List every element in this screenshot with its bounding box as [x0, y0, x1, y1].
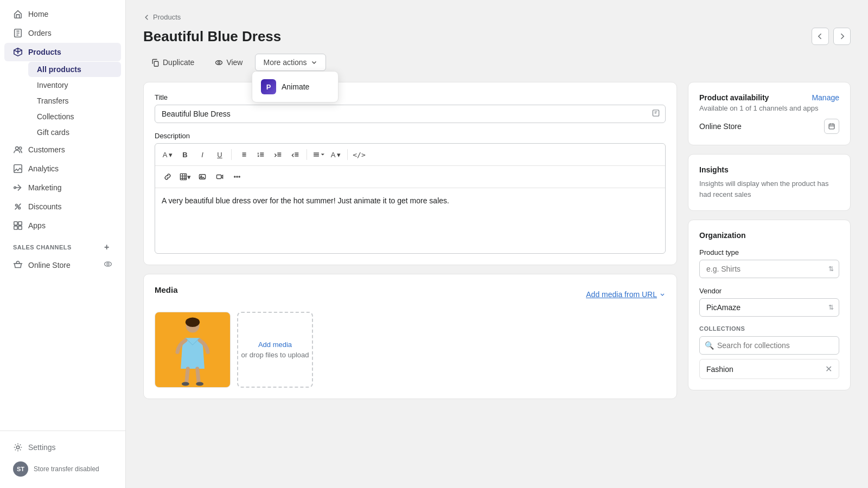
svg-rect-8	[18, 222, 22, 225]
sidebar-item-analytics[interactable]: Analytics	[4, 159, 121, 178]
vendor-field: Vendor	[699, 287, 839, 317]
svg-point-11	[105, 262, 112, 266]
toolbar-table-btn[interactable]: ▾	[177, 169, 193, 184]
collections-search-input[interactable]	[699, 336, 839, 355]
store-transfer-label: Store transfer disabled	[34, 465, 99, 473]
media-thumb-1[interactable]	[155, 312, 231, 388]
sidebar-item-home[interactable]: Home	[4, 5, 121, 23]
insights-text: Insights will display when the product h…	[699, 178, 839, 200]
title-input[interactable]	[155, 105, 666, 123]
add-sales-channel-button[interactable]: +	[101, 242, 112, 253]
sidebar-online-store-label: Online Store	[28, 261, 71, 269]
sidebar-item-discounts-label: Discounts	[28, 202, 61, 211]
view-button[interactable]: View	[207, 54, 251, 71]
page-title: Beautiful Blue Dress	[143, 28, 281, 45]
toolbar-more-btn[interactable]	[229, 169, 245, 184]
sidebar-sub-inventory[interactable]: Inventory	[28, 78, 121, 93]
sidebar-sub-transfers[interactable]: Transfers	[28, 93, 121, 108]
svg-rect-7	[14, 222, 17, 225]
dropdown-animate-label: Animate	[282, 82, 309, 91]
sidebar-item-orders[interactable]: Orders	[4, 24, 121, 42]
toolbar-indent-btn[interactable]	[287, 147, 303, 162]
store-transfer-item[interactable]: ST Store transfer disabled	[4, 457, 121, 481]
svg-point-24	[239, 176, 240, 177]
sidebar-item-apps[interactable]: Apps	[4, 216, 121, 235]
toolbar-video-btn[interactable]	[212, 169, 228, 184]
manage-availability-button[interactable]: Manage	[812, 93, 839, 102]
svg-rect-10	[18, 226, 22, 229]
side-column: Product availability Manage Available on…	[688, 82, 851, 399]
sidebar-item-apps-label: Apps	[28, 221, 46, 230]
two-col-layout: Title Description	[143, 82, 851, 399]
online-store-icon	[13, 260, 23, 270]
sidebar-item-customers[interactable]: Customers	[4, 140, 121, 159]
discounts-icon	[13, 202, 23, 211]
toolbar-image-btn[interactable]	[194, 169, 210, 184]
toolbar-outdent-btn[interactable]	[270, 147, 286, 162]
sidebar-sub-gift-cards[interactable]: Gift cards	[28, 125, 121, 140]
add-media-from-url-button[interactable]: Add media from URL	[586, 290, 666, 299]
media-card: Media Add media from URL	[143, 274, 677, 399]
availability-status: Available on 1 of 1 channels and apps	[699, 104, 839, 112]
action-bar: Duplicate View More actions P Animate	[143, 54, 851, 71]
sidebar: Home Orders Products All products Invent…	[0, 0, 126, 488]
collections-search-icon: 🔍	[705, 341, 714, 350]
product-type-select-wrapper	[699, 260, 839, 278]
apps-icon	[13, 221, 23, 230]
nav-next-button[interactable]	[833, 28, 851, 45]
vendor-input[interactable]	[699, 298, 839, 317]
svg-point-27	[186, 318, 200, 328]
svg-point-1	[16, 147, 18, 150]
duplicate-button[interactable]: Duplicate	[143, 54, 202, 71]
toolbar-bold-btn[interactable]: B	[177, 147, 193, 162]
sidebar-item-discounts[interactable]: Discounts	[4, 197, 121, 216]
online-store-eye-icon[interactable]	[104, 260, 112, 270]
sidebar-item-marketing-label: Marketing	[28, 183, 61, 192]
sidebar-item-online-store[interactable]: Online Store	[4, 255, 121, 274]
more-actions-button[interactable]: More actions	[255, 54, 326, 71]
sidebar-sub-all-products[interactable]: All products	[28, 62, 121, 77]
sales-channels-section: SALES CHANNELS +	[0, 235, 125, 255]
sidebar-item-settings[interactable]: Settings	[4, 438, 121, 457]
store-avatar: ST	[13, 461, 28, 477]
description-editor[interactable]: A very beautiful blue dress over for the…	[155, 188, 665, 253]
toolbar-font-btn[interactable]: A ▾	[159, 147, 176, 162]
toolbar-code-btn[interactable]: </>	[351, 147, 367, 162]
toolbar-color-btn[interactable]: A ▾	[328, 147, 344, 162]
schedule-availability-button[interactable]	[824, 119, 839, 134]
toolbar-underline-btn[interactable]: U	[212, 147, 228, 162]
nav-prev-button[interactable]	[812, 28, 829, 45]
product-type-input[interactable]	[699, 260, 839, 278]
sidebar-sub-collections[interactable]: Collections	[28, 109, 121, 124]
breadcrumb-link[interactable]: Products	[143, 13, 181, 21]
media-title: Media	[155, 285, 178, 294]
upload-hint: or drop files to upload	[241, 351, 309, 359]
title-description-card: Title Description	[143, 82, 677, 265]
svg-point-6	[18, 207, 21, 209]
vendor-label: Vendor	[699, 287, 839, 295]
toolbar-ordered-list-btn[interactable]	[252, 147, 269, 162]
media-grid: Add media or drop files to upload	[155, 312, 666, 388]
dropdown-animate-item[interactable]: P Animate	[254, 74, 336, 100]
toolbar-italic-btn[interactable]: I	[194, 147, 210, 162]
sidebar-item-products-label: Products	[28, 48, 61, 56]
product-type-label: Product type	[699, 248, 839, 256]
svg-point-2	[19, 147, 22, 150]
toolbar-link-btn[interactable]	[159, 169, 176, 184]
svg-point-5	[16, 204, 18, 207]
title-input-icon	[652, 109, 660, 119]
svg-point-29	[196, 382, 203, 386]
marketing-icon	[13, 183, 23, 192]
products-icon	[13, 47, 23, 57]
customers-icon	[13, 145, 23, 155]
sidebar-item-marketing[interactable]: Marketing	[4, 178, 121, 197]
breadcrumb: Products	[143, 13, 851, 21]
toolbar-align-btn[interactable]	[310, 147, 327, 162]
toolbar-list-btn[interactable]	[235, 147, 251, 162]
sidebar-item-products[interactable]: Products	[4, 43, 121, 61]
orders-icon	[13, 28, 23, 38]
svg-point-23	[234, 176, 235, 177]
main-column: Title Description	[143, 82, 677, 399]
media-upload-area[interactable]: Add media or drop files to upload	[237, 312, 313, 388]
remove-collection-tag-button[interactable]: ✕	[825, 364, 832, 374]
